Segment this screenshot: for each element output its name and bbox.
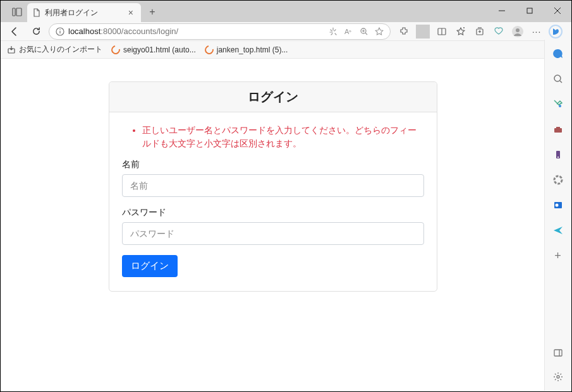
collections-icon[interactable] xyxy=(473,25,487,39)
svg-rect-0 xyxy=(13,8,15,16)
favorites-icon[interactable] xyxy=(454,25,468,39)
browser-titlebar: 利用者ログイン × + xyxy=(1,1,571,22)
edge-side-panel: + xyxy=(544,40,571,391)
svg-point-24 xyxy=(516,28,520,32)
bookmark-favicon-icon xyxy=(203,44,215,56)
zoom-icon[interactable] xyxy=(360,27,368,36)
svg-rect-33 xyxy=(557,157,559,158)
svg-rect-37 xyxy=(554,350,562,356)
window-minimize-button[interactable] xyxy=(488,1,516,21)
bookmark-label: janken_top.html (5)... xyxy=(217,45,288,54)
url-text: localhost:8000/accounts/login/ xyxy=(68,27,178,36)
svg-text:»: » xyxy=(349,29,351,33)
address-bar[interactable]: localhost:8000/accounts/login/ A» xyxy=(49,23,391,40)
bookmark-import[interactable]: お気に入りのインポート xyxy=(7,44,102,55)
svg-line-12 xyxy=(365,33,367,35)
bookmark-favicon-icon xyxy=(109,44,121,56)
refresh-button[interactable] xyxy=(27,23,45,40)
svg-point-39 xyxy=(557,376,559,378)
side-chat-icon[interactable] xyxy=(551,46,566,61)
site-info-icon[interactable] xyxy=(56,27,64,36)
svg-point-25 xyxy=(554,29,555,30)
new-tab-button[interactable]: + xyxy=(143,3,161,21)
import-icon xyxy=(7,45,16,54)
extensions-icon[interactable] xyxy=(397,25,411,39)
back-button[interactable] xyxy=(6,23,23,40)
login-card: ログイン 正しいユーザー名とパスワードを入力してください。どちらのフィールドも大… xyxy=(109,81,437,292)
bookmark-item-1[interactable]: seigyo01.html (auto... xyxy=(111,45,196,54)
password-label: パスワード xyxy=(122,207,424,218)
tab-title: 利用者ログイン xyxy=(45,8,98,18)
bookmark-label: seigyo01.html (auto... xyxy=(123,45,196,54)
error-message: 正しいユーザー名とパスワードを入力してください。どちらのフィールドも大文字と小文… xyxy=(142,124,424,150)
reader-icon[interactable] xyxy=(435,25,449,39)
bookmark-item-2[interactable]: janken_top.html (5)... xyxy=(205,45,288,54)
tab-actions-icon[interactable] xyxy=(9,4,25,20)
side-shopping-icon[interactable] xyxy=(551,97,566,112)
toolbar-divider xyxy=(416,25,430,39)
side-search-icon[interactable] xyxy=(551,71,566,86)
svg-point-27 xyxy=(554,75,561,81)
card-header: ログイン xyxy=(109,82,437,112)
side-add-icon[interactable]: + xyxy=(551,248,566,263)
side-office-icon[interactable] xyxy=(551,172,566,187)
svg-point-29 xyxy=(559,105,561,107)
browser-toolbar: localhost:8000/accounts/login/ A» ··· xyxy=(1,22,571,41)
login-button[interactable]: ログイン xyxy=(122,255,178,277)
svg-point-8 xyxy=(59,29,61,30)
browser-tab[interactable]: 利用者ログイン × xyxy=(27,3,141,22)
name-input[interactable] xyxy=(122,174,424,197)
svg-point-36 xyxy=(555,204,558,207)
favorite-star-icon[interactable] xyxy=(375,27,384,36)
error-list: 正しいユーザー名とパスワードを入力してください。どちらのフィールドも大文字と小文… xyxy=(142,124,424,150)
svg-rect-31 xyxy=(556,127,560,129)
window-maximize-button[interactable] xyxy=(516,1,544,21)
svg-rect-30 xyxy=(554,128,562,133)
name-label: 名前 xyxy=(122,159,424,170)
more-menu-button[interactable]: ··· xyxy=(530,25,544,39)
svg-line-28 xyxy=(560,81,562,83)
bookmark-label: お気に入りのインポート xyxy=(19,44,102,55)
svg-rect-3 xyxy=(527,8,532,13)
side-outlook-icon[interactable] xyxy=(551,198,566,213)
page-content: ログイン 正しいユーザー名とパスワードを入力してください。どちらのフィールドも大… xyxy=(1,59,544,391)
svg-rect-1 xyxy=(16,8,21,16)
side-tools-icon[interactable] xyxy=(551,122,566,137)
page-icon xyxy=(32,8,41,17)
side-settings-icon[interactable] xyxy=(551,369,566,384)
copilot-button[interactable] xyxy=(549,25,563,39)
password-input[interactable] xyxy=(122,222,424,245)
svg-point-34 xyxy=(554,176,562,184)
search-companion-icon[interactable] xyxy=(329,27,338,36)
tab-close-button[interactable]: × xyxy=(126,8,136,18)
bookmarks-bar: お気に入りのインポート seigyo01.html (auto... janke… xyxy=(1,41,571,59)
profile-avatar[interactable] xyxy=(511,25,525,39)
side-panel-toggle-icon[interactable] xyxy=(551,345,566,360)
page-title: ログイン xyxy=(119,88,427,105)
health-icon[interactable] xyxy=(492,25,506,39)
side-games-icon[interactable] xyxy=(551,147,566,162)
read-aloud-icon[interactable]: A» xyxy=(344,27,353,36)
window-close-button[interactable] xyxy=(544,1,571,21)
side-send-icon[interactable] xyxy=(551,223,566,238)
